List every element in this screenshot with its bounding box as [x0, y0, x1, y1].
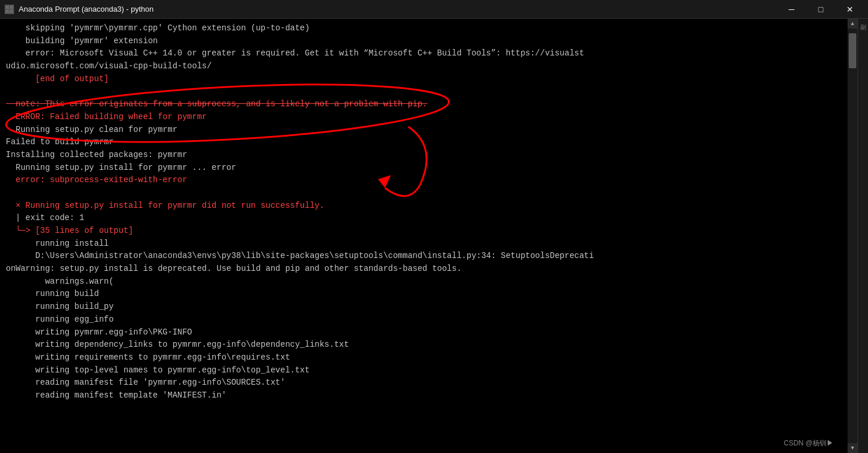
terminal-body: skipping 'pymrmr\pymrmr.cpp' Cython exte…	[0, 19, 868, 453]
terminal-line-17: ╰─> [35 lines of output]	[6, 225, 842, 238]
terminal-line-2: building 'pymrmr' extension	[6, 35, 842, 48]
scrollbar[interactable]: ▲ ▼	[848, 19, 858, 453]
terminal-line-15: × Running setup.py install for pymrmr di…	[6, 200, 842, 212]
svg-rect-2	[6, 10, 9, 13]
terminal-line-28: writing top-level names to pymrmr.egg-in…	[6, 364, 842, 377]
svg-rect-1	[10, 6, 13, 9]
terminal-line-6	[6, 85, 842, 98]
window-title: Anaconda Prompt (anaconda3) - python	[19, 5, 153, 13]
maximize-button[interactable]: □	[807, 0, 834, 19]
window-icon	[5, 5, 14, 14]
terminal-line-8: ERROR: Failed building wheel for pymrmr	[6, 111, 842, 124]
window-controls: ─ □ ✕	[778, 0, 863, 19]
title-bar-left: Anaconda Prompt (anaconda3) - python	[5, 5, 153, 14]
right-sidebar: 副	[858, 19, 868, 453]
terminal-line-14	[6, 187, 842, 200]
terminal-line-1: skipping 'pymrmr\pymrmr.cpp' Cython exte…	[6, 22, 842, 35]
terminal-line-25: writing pymrmr.egg-info\PKG-INFO	[6, 326, 842, 339]
terminal-line-20: onWarning: setup.py install is deprecate…	[6, 263, 842, 276]
terminal-line-10: Failed to build pymrmr	[6, 136, 842, 149]
terminal-line-4: udio.microsoft.com/visual-cpp-build-tool…	[6, 60, 842, 73]
terminal-line-3: error: Microsoft Visual C++ 14.0 or grea…	[6, 47, 842, 60]
terminal-line-7: note: This error originates from a subpr…	[6, 98, 842, 111]
svg-rect-0	[6, 6, 9, 9]
main-window: Anaconda Prompt (anaconda3) - python ─ □…	[0, 0, 868, 453]
terminal-line-21: warnings.warn(	[6, 276, 842, 288]
terminal-line-5: [end of output]	[6, 73, 842, 86]
terminal-line-26: writing dependency_links to pymrmr.egg-i…	[6, 339, 842, 351]
terminal-line-29: reading manifest file 'pymrmr.egg-info\S…	[6, 377, 842, 389]
terminal-line-24: running egg_info	[6, 313, 842, 326]
terminal-line-22: running build	[6, 288, 842, 301]
terminal-line-11: Installing collected packages: pymrmr	[6, 149, 842, 162]
terminal-line-16: | exit code: 1	[6, 212, 842, 225]
watermark: CSDN @杨钏▶	[783, 438, 834, 448]
terminal-line-27: writing requirements to pymrmr.egg-info\…	[6, 351, 842, 364]
close-button[interactable]: ✕	[836, 0, 863, 19]
terminal-line-30: reading manifest template 'MANIFEST.in'	[6, 389, 842, 402]
terminal-line-18: running install	[6, 238, 842, 250]
svg-rect-3	[10, 10, 13, 13]
minimize-button[interactable]: ─	[778, 0, 805, 19]
title-bar: Anaconda Prompt (anaconda3) - python ─ □…	[0, 0, 868, 19]
scrollbar-thumb[interactable]	[849, 33, 856, 68]
terminal-line-9: Running setup.py clean for pymrmr	[6, 124, 842, 137]
terminal-content[interactable]: skipping 'pymrmr\pymrmr.cpp' Cython exte…	[0, 19, 848, 453]
scroll-down-arrow[interactable]: ▼	[848, 443, 858, 453]
terminal-line-23: running build_py	[6, 301, 842, 313]
terminal-line-12: Running setup.py install for pymrmr ... …	[6, 162, 842, 175]
terminal-line-13: error: subprocess-exited-with-error	[6, 174, 842, 187]
terminal-line-19: D:\Users\Administrator\anaconda3\envs\py…	[6, 250, 842, 263]
scroll-up-arrow[interactable]: ▲	[848, 19, 858, 29]
